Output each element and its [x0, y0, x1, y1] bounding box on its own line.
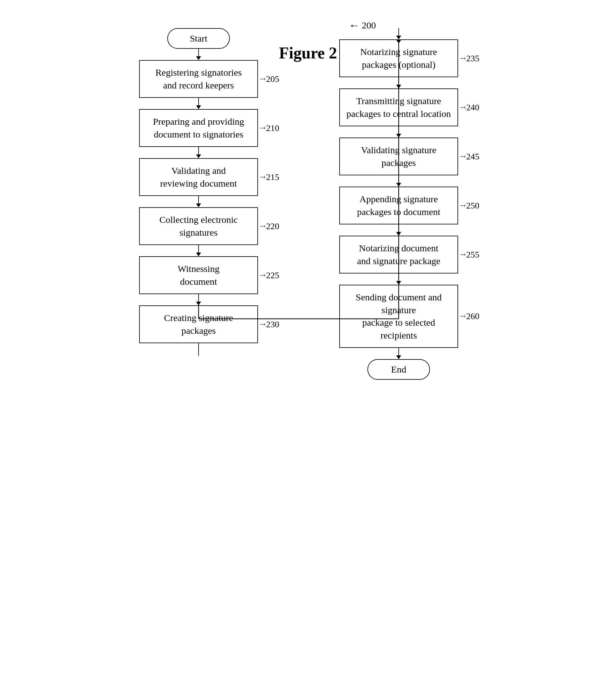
- right-column: Notarizing signaturepackages (optional) …: [339, 28, 458, 380]
- step-225-wrapper: Witnessingdocument ⤑225: [139, 256, 258, 294]
- step-230-wrapper: Creating signaturepackages ⤑230: [139, 305, 258, 343]
- step-240-box: Transmitting signaturepackages to centra…: [339, 88, 458, 126]
- step-260-wrapper: Sending document and signaturepackage to…: [339, 285, 458, 348]
- step-230-box: Creating signaturepackages: [139, 305, 258, 343]
- step-250-wrapper: Appending signaturepackages to document …: [339, 187, 458, 224]
- step-240-wrapper: Transmitting signaturepackages to centra…: [339, 88, 458, 126]
- step-205-box: Registering signatoriesand record keeper…: [139, 60, 258, 98]
- label-225: ⤑225: [260, 270, 279, 280]
- label-215: ⤑215: [260, 172, 279, 182]
- step-245-box: Validating signaturepackages: [339, 138, 458, 175]
- label-250: ⤑250: [460, 201, 479, 211]
- step-255-box: Notarizing documentand signature package: [339, 236, 458, 273]
- step-245-wrapper: Validating signaturepackages ⤑245: [339, 138, 458, 175]
- label-245: ⤑245: [460, 152, 479, 162]
- step-225-box: Witnessingdocument: [139, 256, 258, 294]
- label-255: ⤑255: [460, 250, 479, 260]
- label-210: ⤑210: [260, 123, 279, 133]
- label-220: ⤑220: [260, 221, 279, 231]
- step-250-box: Appending signaturepackages to document: [339, 187, 458, 224]
- step-210-wrapper: Preparing and providingdocument to signa…: [139, 109, 258, 147]
- left-column: Start Registering signatoriesand record …: [139, 28, 258, 356]
- label-240: ⤑240: [460, 103, 479, 113]
- step-205-wrapper: Registering signatoriesand record keeper…: [139, 60, 258, 98]
- step-260-box: Sending document and signaturepackage to…: [339, 285, 458, 348]
- step-210-box: Preparing and providingdocument to signa…: [139, 109, 258, 147]
- step-215-box: Validating andreviewing document: [139, 158, 258, 196]
- label-205: ⤑205: [260, 74, 279, 84]
- start-terminal: Start: [167, 28, 230, 49]
- step-235-box: Notarizing signaturepackages (optional): [339, 39, 458, 77]
- label-235: ⤑235: [460, 53, 479, 64]
- step-255-wrapper: Notarizing documentand signature package…: [339, 236, 458, 273]
- arrow-spacer: [196, 49, 201, 60]
- step-220-box: Collecting electronicsignatures: [139, 207, 258, 245]
- end-terminal: End: [368, 359, 430, 380]
- diagram-container: ← 200 Start Registering signatoriesand r…: [42, 19, 574, 62]
- left-bottom-line: [198, 343, 199, 356]
- step-215-wrapper: Validating andreviewing document ⤑215: [139, 158, 258, 196]
- figure-label-container: Figure 2: [279, 44, 337, 62]
- step-220-wrapper: Collecting electronicsignatures ⤑220: [139, 207, 258, 245]
- step-235-wrapper: Notarizing signaturepackages (optional) …: [339, 39, 458, 77]
- label-230: ⤑230: [260, 319, 279, 329]
- label-260: ⤑260: [460, 311, 479, 321]
- figure-label: Figure 2: [279, 44, 337, 62]
